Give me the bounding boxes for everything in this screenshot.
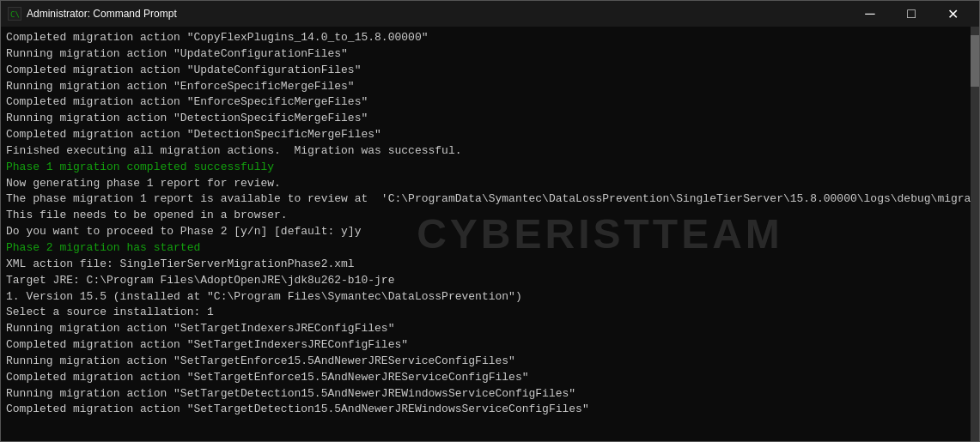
maximize-button[interactable]: □ xyxy=(892,1,931,27)
console-line: Completed migration action "EnforceSpeci… xyxy=(6,94,974,111)
console-line: Completed migration action "SetTargetEnf… xyxy=(6,370,974,386)
cmd-icon-label: C\ xyxy=(10,10,20,19)
title-bar-left: C\ Administrator: Command Prompt xyxy=(8,7,177,21)
console-line: Completed migration action "CopyFlexPlug… xyxy=(6,30,974,46)
console-line: Running migration action "DetectionSpeci… xyxy=(6,111,974,127)
console-line: Running migration action "UpdateConfigur… xyxy=(6,46,974,63)
console-line: Phase 1 migration completed successfully xyxy=(6,160,974,176)
close-button[interactable]: ✕ xyxy=(933,1,972,27)
console-line: This file needs to be opened in a browse… xyxy=(6,208,974,224)
title-bar: C\ Administrator: Command Prompt ─ □ ✕ xyxy=(1,1,979,27)
console-line: Target JRE: C:\Program Files\AdoptOpenJR… xyxy=(6,273,974,289)
console-line: 1. Version 15.5 (installed at "C:\Progra… xyxy=(6,289,974,306)
console-line: Completed migration action "DetectionSpe… xyxy=(6,127,974,143)
command-prompt-window: C\ Administrator: Command Prompt ─ □ ✕ C… xyxy=(0,0,980,442)
title-bar-controls: ─ □ ✕ xyxy=(850,1,972,27)
console-line: The phase migration 1 report is availabl… xyxy=(6,191,974,208)
console-line: Running migration action "SetTargetEnfor… xyxy=(6,354,974,370)
console-line: Running migration action "SetTargetDetec… xyxy=(6,386,974,403)
title-bar-title: Administrator: Command Prompt xyxy=(27,8,177,20)
console-line: XML action file: SingleTierServerMigrati… xyxy=(6,257,974,273)
console-output: CYBERISTTEAM Completed migration action … xyxy=(1,27,979,441)
cmd-icon-svg: C\ xyxy=(9,8,21,20)
console-line: Running migration action "EnforceSpecifi… xyxy=(6,79,974,95)
minimize-button[interactable]: ─ xyxy=(850,1,890,27)
console-lines: Completed migration action "CopyFlexPlug… xyxy=(6,30,974,418)
console-line: Now generating phase 1 report for review… xyxy=(6,176,974,192)
scrollbar-thumb[interactable] xyxy=(971,35,979,87)
console-line: Select a source installation: 1 xyxy=(6,305,974,321)
console-line: Completed migration action "UpdateConfig… xyxy=(6,63,974,79)
scrollbar[interactable] xyxy=(971,27,979,441)
console-line: Running migration action "SetTargetIndex… xyxy=(6,321,974,337)
console-line: Completed migration action "SetTargetInd… xyxy=(6,337,974,354)
console-line: Completed migration action "SetTargetDet… xyxy=(6,402,974,418)
console-line: Finished executing all migration actions… xyxy=(6,143,974,160)
console-line: Phase 2 migration has started xyxy=(6,240,974,257)
console-line: Do you want to proceed to Phase 2 [y/n] … xyxy=(6,224,974,240)
cmd-icon: C\ xyxy=(8,7,21,21)
